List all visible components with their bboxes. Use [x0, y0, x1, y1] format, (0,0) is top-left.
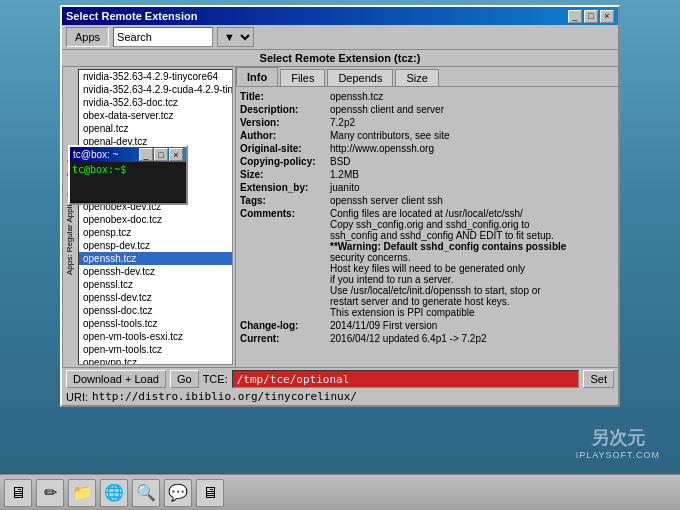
- taskbar: 🖥 ✏ 📁 🌐 🔍 💬 🖥: [0, 474, 680, 510]
- uri-value: http://distro.ibiblio.org/tinycorelinux/: [92, 390, 357, 403]
- info-value: openssh client and server: [330, 104, 614, 115]
- taskbar-icon-3[interactable]: 📁: [68, 479, 96, 507]
- info-label: Description:: [240, 104, 330, 115]
- terminal-window: tc@box: ~ _ □ × tc@box:~$: [68, 145, 188, 205]
- info-value: Many contributors, see site: [330, 130, 614, 141]
- tce-input[interactable]: [232, 370, 580, 388]
- content-area: Apps: Regular Applications (tcz:) nvidia…: [62, 67, 618, 367]
- tabs: InfoFilesDependsSize: [236, 67, 618, 87]
- search-dropdown[interactable]: ▼: [217, 27, 254, 47]
- file-list[interactable]: nvidia-352.63-4.2.9-tinycore64nvidia-352…: [78, 69, 233, 365]
- watermark-main: 另次元: [576, 426, 660, 450]
- info-value: 2016/04/12 updated 6.4p1 -> 7.2p2: [330, 333, 614, 344]
- info-row: Size:1.2MB: [240, 169, 614, 180]
- info-label: Title:: [240, 91, 330, 102]
- taskbar-icon-7[interactable]: 🖥: [196, 479, 224, 507]
- set-btn[interactable]: Set: [583, 370, 614, 388]
- info-comments-label: Comments:: [240, 208, 330, 318]
- terminal-maximize-btn[interactable]: □: [154, 148, 168, 161]
- window-title: Select Remote Extension: [66, 10, 197, 22]
- minimize-btn[interactable]: _: [568, 10, 582, 23]
- tce-label: TCE:: [203, 373, 228, 385]
- info-label: Current:: [240, 333, 330, 344]
- info-label: Author:: [240, 130, 330, 141]
- terminal-close-btn[interactable]: ×: [169, 148, 183, 161]
- info-row: Title:openssh.tcz: [240, 91, 614, 102]
- info-comments-row: Comments:Config files are located at /us…: [240, 208, 614, 318]
- list-item[interactable]: nvidia-352.63-4.2.9-tinycore64: [79, 70, 232, 83]
- download-row: Download + Load Go TCE: Set: [66, 370, 614, 388]
- go-btn[interactable]: Go: [170, 370, 199, 388]
- info-value: BSD: [330, 156, 614, 167]
- taskbar-icon-6[interactable]: 💬: [164, 479, 192, 507]
- main-window: Select Remote Extension _ □ × Apps ▼ Sel…: [60, 5, 620, 407]
- info-value: 2014/11/09 First version: [330, 320, 614, 331]
- apps-button[interactable]: Apps: [66, 27, 109, 47]
- list-item[interactable]: open-vm-tools-esxi.tcz: [79, 330, 232, 343]
- title-bar-controls: _ □ ×: [568, 10, 614, 23]
- uri-row: URI: http://distro.ibiblio.org/tinycorel…: [66, 390, 614, 403]
- terminal-body: tc@box:~$: [70, 162, 186, 202]
- list-item[interactable]: openobex-doc.tcz: [79, 213, 232, 226]
- info-row: Tags:openssh server client ssh: [240, 195, 614, 206]
- info-value: http://www.openssh.org: [330, 143, 614, 154]
- toolbar: Apps ▼: [62, 25, 618, 50]
- info-content: Title:openssh.tczDescription:openssh cli…: [236, 87, 618, 367]
- taskbar-icon-1[interactable]: 🖥: [4, 479, 32, 507]
- info-value: openssh.tcz: [330, 91, 614, 102]
- info-comments-value: Config files are located at /usr/local/e…: [330, 208, 614, 318]
- watermark: 另次元 IPLAYSOFT.COM: [576, 426, 660, 460]
- bottom-bar: Download + Load Go TCE: Set URI: http://…: [62, 367, 618, 405]
- info-row: Current:2016/04/12 updated 6.4p1 -> 7.2p…: [240, 333, 614, 344]
- info-value: openssh server client ssh: [330, 195, 614, 206]
- tab-files[interactable]: Files: [280, 69, 325, 86]
- list-item[interactable]: opensp-dev.tcz: [79, 239, 232, 252]
- list-item[interactable]: openssl.tcz: [79, 278, 232, 291]
- taskbar-icon-2[interactable]: ✏: [36, 479, 64, 507]
- info-row: Version:7.2p2: [240, 117, 614, 128]
- list-item[interactable]: obex-data-server.tcz: [79, 109, 232, 122]
- list-item[interactable]: openssh.tcz: [79, 252, 232, 265]
- info-value: juanito: [330, 182, 614, 193]
- list-item[interactable]: openssh-dev.tcz: [79, 265, 232, 278]
- panel-title: Select Remote Extension (tcz:): [62, 50, 618, 67]
- terminal-title-text: tc@box: ~: [73, 149, 118, 160]
- taskbar-icon-5[interactable]: 🔍: [132, 479, 160, 507]
- list-item[interactable]: nvidia-352.63-4.2.9-cuda-4.2.9-tiny: [79, 83, 232, 96]
- info-label: Version:: [240, 117, 330, 128]
- info-row: Original-site:http://www.openssh.org: [240, 143, 614, 154]
- list-item[interactable]: openvpn.tcz: [79, 356, 232, 365]
- tab-size[interactable]: Size: [395, 69, 438, 86]
- uri-label: URI:: [66, 391, 88, 403]
- tab-depends[interactable]: Depends: [327, 69, 393, 86]
- info-label: Original-site:: [240, 143, 330, 154]
- info-row: Description:openssh client and server: [240, 104, 614, 115]
- info-row: Author:Many contributors, see site: [240, 130, 614, 141]
- search-input[interactable]: [113, 27, 213, 47]
- info-label: Size:: [240, 169, 330, 180]
- apps-sidebar-label: Apps: Regular Applications (tcz:): [62, 67, 76, 367]
- close-btn[interactable]: ×: [600, 10, 614, 23]
- terminal-minimize-btn[interactable]: _: [139, 148, 153, 161]
- taskbar-icon-4[interactable]: 🌐: [100, 479, 128, 507]
- info-label: Change-log:: [240, 320, 330, 331]
- maximize-btn[interactable]: □: [584, 10, 598, 23]
- tab-info[interactable]: Info: [236, 67, 278, 86]
- info-row: Copying-policy:BSD: [240, 156, 614, 167]
- title-bar: Select Remote Extension _ □ ×: [62, 7, 618, 25]
- list-item[interactable]: nvidia-352.63-doc.tcz: [79, 96, 232, 109]
- terminal-titlebar: tc@box: ~ _ □ ×: [70, 147, 186, 162]
- watermark-sub: IPLAYSOFT.COM: [576, 450, 660, 460]
- list-item[interactable]: opensp.tcz: [79, 226, 232, 239]
- info-row: Change-log:2014/11/09 First version: [240, 320, 614, 331]
- list-item[interactable]: open-vm-tools.tcz: [79, 343, 232, 356]
- info-value: 7.2p2: [330, 117, 614, 128]
- info-value: 1.2MB: [330, 169, 614, 180]
- list-item[interactable]: openssl-tools.tcz: [79, 317, 232, 330]
- download-load-btn[interactable]: Download + Load: [66, 370, 166, 388]
- file-list-panel: nvidia-352.63-4.2.9-tinycore64nvidia-352…: [76, 67, 236, 367]
- info-row: Extension_by:juanito: [240, 182, 614, 193]
- list-item[interactable]: openssl-doc.tcz: [79, 304, 232, 317]
- list-item[interactable]: openal.tcz: [79, 122, 232, 135]
- list-item[interactable]: openssl-dev.tcz: [79, 291, 232, 304]
